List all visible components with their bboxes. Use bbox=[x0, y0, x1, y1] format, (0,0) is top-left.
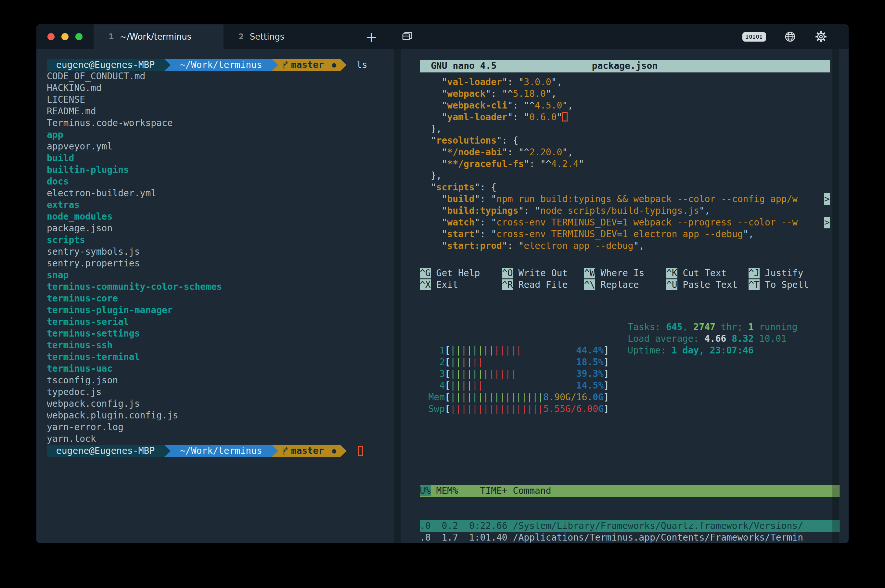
green-ticks: ||||||||||||||||| bbox=[450, 392, 543, 402]
json-value: 5.18.0 bbox=[513, 88, 546, 99]
minimize-button[interactable] bbox=[62, 33, 69, 40]
meter-pipes: |||||| bbox=[450, 356, 483, 368]
file-name: electron-builder.yml bbox=[47, 188, 156, 198]
directory-name: node_modules bbox=[47, 211, 112, 222]
meter-value: 5.55G/6.00G bbox=[543, 403, 603, 415]
meter-bar: ||||||14.5% bbox=[450, 380, 604, 392]
meter-label: Mem bbox=[428, 392, 445, 403]
zoom-button[interactable] bbox=[75, 33, 82, 40]
prompt-user-segment: eugene@Eugenes-MBP bbox=[47, 59, 164, 71]
nano-line: "webpack": "^5.18.0", bbox=[420, 88, 830, 100]
close-button[interactable] bbox=[47, 33, 55, 40]
htop-summary: Tasks: 645, 2747 thr; 1 runningLoad aver… bbox=[628, 321, 798, 356]
file-entry: tsconfig.json bbox=[47, 375, 394, 386]
meter-bar: |||||||||||||44.4% bbox=[450, 345, 604, 356]
prompt-path-segment: ~/Work/terminus bbox=[171, 445, 272, 457]
nano-filename: package.json bbox=[420, 60, 830, 72]
meter-bar: ||||||18.5% bbox=[450, 356, 604, 368]
directory-name: app bbox=[47, 129, 63, 140]
json-value: cross-env TERMINUS_DEV=1 webpack --progr… bbox=[496, 217, 798, 228]
json-punctuation: }, bbox=[420, 123, 441, 134]
json-value: npm run build:typings && webpack --color… bbox=[496, 194, 798, 204]
nano-shortcut: ^O Write Out bbox=[502, 267, 584, 279]
meter-mem: Mem[|||||||||||||||||8.90G/16.0G] bbox=[420, 392, 840, 403]
file-entry: snap bbox=[47, 269, 394, 281]
shortcut-label: Where Is bbox=[595, 268, 645, 278]
nano-shortcut: ^W Where Is bbox=[584, 267, 666, 279]
settings-gear-icon[interactable] bbox=[814, 30, 828, 44]
globe-icon[interactable] bbox=[784, 30, 796, 43]
shortcut-key: ^U bbox=[666, 279, 677, 290]
git-branch-name: master bbox=[291, 445, 330, 457]
json-punctuation: ": "^ bbox=[524, 159, 551, 169]
summary-line: Uptime: 1 day, 23:07:46 bbox=[628, 345, 798, 356]
file-name: README.md bbox=[47, 106, 96, 117]
file-name: package.json bbox=[47, 223, 112, 234]
shell-pane: eugene@Eugenes-MBP ~/Work/terminus maste… bbox=[36, 49, 394, 543]
shortcut-key: ^W bbox=[584, 268, 595, 278]
git-dirty-dot: ● bbox=[332, 445, 336, 457]
json-punctuation: " bbox=[420, 147, 447, 158]
nano-shortcut: ^X Exit bbox=[420, 279, 502, 291]
right-pane-scrollbar[interactable] bbox=[832, 49, 839, 543]
file-entry: terminus-settings bbox=[47, 328, 394, 339]
meter-bar: |||||||||||||||||8.90G/16.0G bbox=[450, 392, 604, 403]
process-row: .0 0.2 0:22.66 /System/Library/Framework… bbox=[420, 520, 840, 532]
shortcut-label: Justify bbox=[760, 268, 804, 278]
nano-shortcut: ^\ Replace bbox=[584, 279, 666, 291]
meter-value: 14.5% bbox=[576, 380, 604, 392]
nano-line: "val-loader": "3.0.0", bbox=[420, 76, 830, 88]
file-entry: terminus-ssh bbox=[47, 339, 394, 351]
powerline-arrow-icon bbox=[272, 445, 278, 457]
nano-line: "resolutions": { bbox=[420, 135, 830, 147]
meter-bar: |||||||||||||||||5.55G/6.00G bbox=[450, 403, 604, 415]
file-entry: terminus-core bbox=[47, 293, 394, 304]
meter-value: 39.3% bbox=[576, 368, 604, 380]
json-punctuation: " bbox=[420, 229, 447, 239]
json-punctuation: ", bbox=[551, 76, 562, 87]
serial-port-icon[interactable]: IOIOI bbox=[742, 32, 766, 42]
json-punctuation: ": " bbox=[475, 217, 496, 228]
red-ticks: || bbox=[472, 380, 483, 391]
json-punctuation: " bbox=[420, 112, 447, 123]
file-name: appveyor.yml bbox=[47, 141, 112, 152]
process-table-header: U% MEM% TIME+ Command bbox=[420, 485, 840, 497]
sort-column-header: U% bbox=[420, 485, 431, 496]
json-punctuation: ": " bbox=[475, 229, 496, 239]
shortcut-key: ^X bbox=[420, 279, 431, 290]
directory-name: docs bbox=[47, 176, 69, 187]
meter-label: 1 bbox=[428, 345, 445, 356]
nano-shortcuts: ^G Get Help^O Write Out^W Where Is^K Cut… bbox=[420, 267, 831, 291]
tab-title: Settings bbox=[250, 32, 285, 42]
directory-name: extras bbox=[47, 200, 80, 210]
tab--work-terminus[interactable]: 1~/Work/terminus bbox=[94, 24, 224, 49]
file-entry: builtin-plugins bbox=[47, 164, 394, 176]
nano-line: "build:typings": "node scripts/build-typ… bbox=[420, 205, 830, 217]
file-entry: typedoc.js bbox=[47, 386, 394, 398]
meter-pipes: ||||||||||||||||| bbox=[450, 392, 543, 403]
duplicate-window-icon[interactable] bbox=[389, 24, 425, 49]
json-punctuation: " bbox=[420, 159, 447, 169]
green-ticks: |||||||| bbox=[450, 345, 494, 356]
terminal-cursor bbox=[358, 446, 363, 456]
json-value: 3.0.0 bbox=[524, 76, 551, 87]
prompt-git-segment: master ● bbox=[278, 59, 340, 71]
tab-settings[interactable]: 2Settings bbox=[224, 24, 354, 49]
json-punctuation: ": " bbox=[518, 206, 540, 216]
left-pane-scrollbar[interactable] bbox=[394, 49, 400, 543]
tab-number: 2 bbox=[238, 32, 244, 41]
file-entry: HACKING.md bbox=[47, 82, 394, 94]
file-entry: electron-builder.yml bbox=[47, 188, 394, 199]
shortcut-key: ^J bbox=[748, 268, 760, 278]
json-punctuation: ", bbox=[562, 100, 573, 111]
new-tab-button[interactable]: + bbox=[354, 24, 389, 49]
directory-name: terminus-settings bbox=[47, 328, 140, 339]
tab-title: ~/Work/terminus bbox=[120, 32, 192, 42]
json-punctuation: " bbox=[579, 159, 584, 169]
file-entry: app bbox=[47, 129, 394, 141]
json-punctuation: " bbox=[420, 100, 447, 111]
htop-pane: 1[|||||||||||||44.4%]2[||||||18.5%]3[|||… bbox=[420, 321, 840, 543]
json-punctuation: ": " bbox=[475, 194, 496, 204]
directory-name: builtin-plugins bbox=[47, 164, 129, 175]
json-punctuation: ", bbox=[546, 88, 557, 99]
